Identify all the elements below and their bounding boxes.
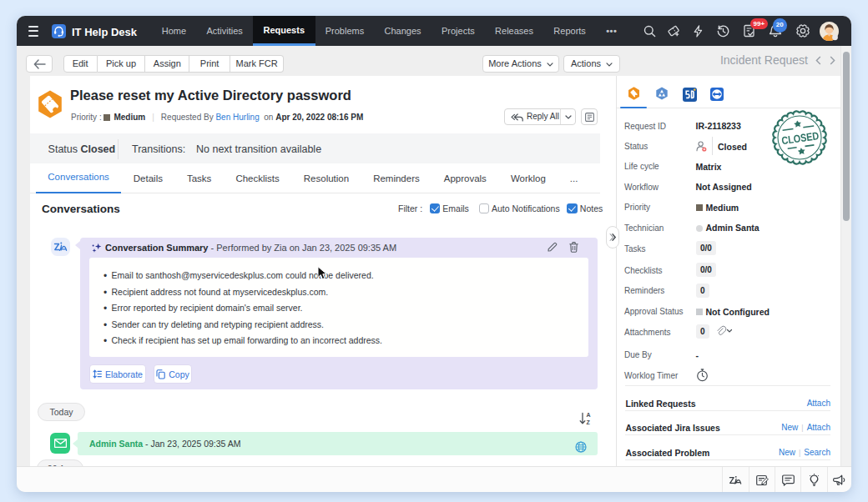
svg-text:Z: Z [586,419,590,425]
svg-text:A: A [586,412,590,418]
